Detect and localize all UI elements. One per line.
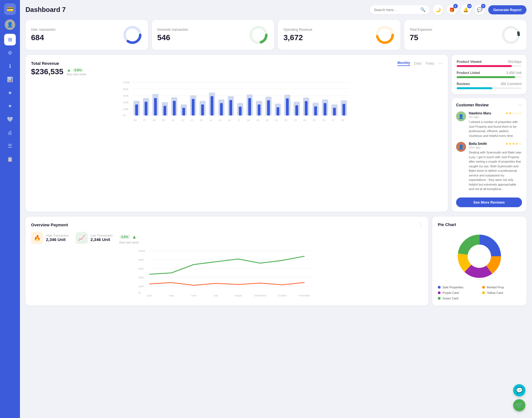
sidebar-item-dashboard[interactable]: ⊞ [4, 34, 16, 45]
tab-daily[interactable]: Daily [414, 61, 421, 65]
svg-text:200k: 200k [123, 108, 129, 111]
pie-card: Pie Chart [432, 217, 526, 306]
stat-value-expenses: 75 [410, 33, 432, 42]
svg-text:26: 26 [322, 119, 325, 122]
svg-text:07: 07 [143, 119, 146, 122]
svg-text:600k: 600k [138, 267, 144, 270]
stat-label-expenses: Total Expenses [410, 28, 432, 32]
high-transaction-icon: 🔥 [31, 232, 43, 244]
sidebar-item-info[interactable]: ℹ [4, 60, 16, 72]
generate-report-button[interactable]: Generate Report [488, 5, 526, 14]
stat-card-operating: Operating Revenue 3,672 [278, 20, 400, 50]
gift-notification-btn[interactable]: 🎁 2 [447, 4, 457, 15]
svg-text:800k: 800k [123, 88, 129, 91]
sidebar-item-favorites[interactable]: ★ [4, 87, 16, 99]
review-time-2: 20m ago [469, 146, 522, 149]
svg-text:23: 23 [294, 119, 297, 122]
svg-text:August: August [234, 294, 242, 297]
reviews-title: Customer Review [456, 103, 488, 107]
pie-container [438, 231, 521, 281]
pie-legend: Sale Properties Rented Prop Purple Card … [438, 286, 521, 300]
bell-notification-btn[interactable]: 🔔 12 [461, 4, 471, 15]
cart-float-btn[interactable]: 🛒 [513, 399, 525, 411]
legend-purple-card: Purple Card [438, 291, 477, 294]
svg-rect-55 [295, 105, 298, 116]
bell-icon: 🔔 [463, 7, 469, 12]
stat-value-inter: 684 [31, 33, 56, 42]
high-transaction-value: 2,346 Unit [46, 237, 69, 242]
review-text-2: Dealing with Syamsudin and Bakri was a j… [469, 150, 522, 191]
payment-title: Overview Payment [31, 222, 68, 227]
metric-label-listed: Product Listed [457, 71, 480, 75]
progress-fill-viewed [457, 65, 512, 67]
svg-rect-29 [173, 101, 176, 116]
support-float-btn[interactable]: 💬 [513, 384, 525, 396]
legend-label-rented: Rented Prop [487, 286, 504, 289]
svg-text:28: 28 [341, 119, 344, 122]
review-avatar-1: 👤 [456, 111, 466, 121]
sidebar-logo[interactable]: 💳 [4, 3, 16, 15]
tab-monthly[interactable]: Monthly [397, 61, 410, 66]
svg-text:19: 19 [256, 119, 259, 122]
legend-dot-yellow [482, 291, 485, 294]
svg-text:September: September [254, 294, 266, 297]
legend-dot-rented [482, 286, 485, 289]
metric-product-viewed: Product Viewed 561/days [457, 60, 521, 67]
svg-text:24: 24 [303, 119, 306, 122]
gift-badge: 2 [453, 4, 458, 8]
stat-value-domestic: 546 [157, 33, 188, 42]
svg-text:06: 06 [134, 119, 137, 122]
revenue-sub-label: than last week [67, 73, 86, 76]
avatar[interactable]: 👤 [5, 19, 15, 30]
svg-text:0k: 0k [138, 291, 141, 294]
reviews-more-icon[interactable]: ··· [518, 102, 522, 107]
high-transaction-label: High Transaction [46, 234, 69, 237]
see-more-reviews-button[interactable]: See More Reviews [456, 198, 522, 207]
svg-rect-59 [314, 106, 317, 116]
svg-text:800k: 800k [138, 258, 144, 261]
sidebar-item-heart2[interactable]: 🤍 [4, 114, 16, 125]
svg-text:20: 20 [266, 119, 268, 122]
svg-rect-31 [182, 108, 185, 116]
legend-green-card: Green Card [438, 297, 477, 300]
gift-icon: 🎁 [449, 7, 455, 12]
svg-rect-65 [342, 104, 345, 116]
metric-value-listed: 3,456 Unit [506, 71, 521, 75]
search-box[interactable]: 🔍 [370, 5, 429, 14]
theme-toggle-btn[interactable]: 🌙 [433, 4, 443, 15]
payment-more-icon[interactable]: ⋮ [418, 222, 423, 227]
chat-notification-btn[interactable]: 💬 5 [474, 4, 485, 15]
search-input[interactable] [374, 8, 418, 12]
metric-product-listed: Product Listed 3,456 Unit [457, 71, 521, 78]
payment-item-low: 📈 Low Transaction 2,346 Unit [76, 232, 113, 244]
svg-text:400k: 400k [138, 276, 144, 279]
legend-dot-purple [438, 291, 441, 294]
stat-card-inter-transaction: Inter. transaction 684 [25, 20, 148, 50]
svg-text:08: 08 [153, 119, 155, 122]
sidebar-item-analytics[interactable]: 📊 [4, 74, 16, 85]
legend-sale-properties: Sale Properties [438, 286, 477, 289]
sidebar-item-settings[interactable]: ⚙ [4, 47, 16, 59]
chart-more-icon[interactable]: ··· [438, 60, 442, 66]
bell-badge: 12 [467, 4, 472, 8]
svg-rect-37 [211, 96, 213, 116]
right-panel: Product Viewed 561/days Product Listed 3… [452, 55, 526, 212]
sidebar-item-list[interactable]: 📋 [4, 153, 16, 165]
donut-expenses [501, 25, 521, 45]
tab-today[interactable]: Today [425, 61, 434, 65]
svg-text:09: 09 [162, 119, 165, 122]
svg-text:October: October [278, 294, 287, 297]
svg-rect-33 [192, 99, 195, 116]
svg-point-6 [503, 27, 519, 43]
low-transaction-value: 2,346 Unit [91, 237, 113, 242]
payment-header: Overview Payment ⋮ [31, 222, 423, 227]
svg-text:27: 27 [332, 119, 334, 122]
svg-text:11: 11 [181, 119, 184, 122]
svg-point-115 [468, 245, 491, 268]
sidebar-item-heart[interactable]: ♥ [4, 100, 16, 112]
sidebar-item-menu[interactable]: ☰ [4, 140, 16, 152]
stat-label-operating: Operating Revenue [283, 28, 312, 32]
legend-label-purple: Purple Card [443, 291, 459, 294]
sidebar-item-print[interactable]: 🖨 [4, 127, 16, 139]
metric-label-viewed: Product Viewed [457, 60, 482, 64]
